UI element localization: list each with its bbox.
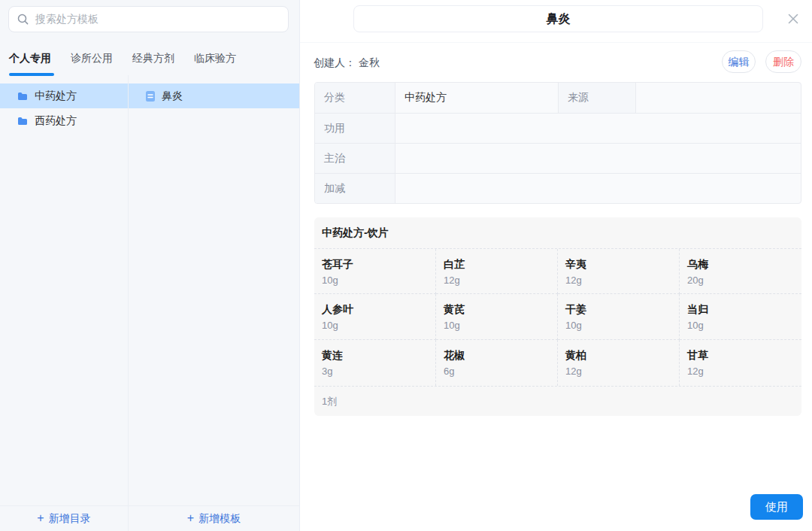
creator-label: 创建人： xyxy=(314,56,356,68)
template-title-input[interactable]: 鼻炎 xyxy=(353,5,763,32)
prescription-header: 中药处方-饮片 xyxy=(314,217,801,249)
add-template-button[interactable]: + 新增模板 xyxy=(129,506,299,531)
header-divider xyxy=(299,42,812,43)
template-tree: 中药处方 西药处方 鼻炎 xyxy=(0,75,299,505)
herb-name: 黄连 xyxy=(322,347,435,363)
herb-cell: 黄连3g xyxy=(314,340,436,386)
detail-panel: 鼻炎 创建人：金秋 编辑 删除 分类 中药处方 来源 功用 主治 加减 中药处方… xyxy=(299,0,812,531)
folder-label: 西药处方 xyxy=(35,114,77,128)
modification-label: 加减 xyxy=(315,174,395,203)
folder-icon xyxy=(17,117,28,126)
folder-item-xiyao[interactable]: 西药处方 xyxy=(0,108,128,133)
info-row-function: 功用 xyxy=(315,113,801,143)
template-item-biyan[interactable]: 鼻炎 xyxy=(129,83,299,108)
herb-name: 乌梅 xyxy=(687,256,801,272)
herb-dose: 20g xyxy=(687,273,801,288)
sidebar: 搜索处方模板 个人专用 诊所公用 经典方剂 临床验方 中药处方 西药处方 鼻炎 xyxy=(0,0,299,531)
sidebar-footer: + 新增目录 + 新增模板 xyxy=(0,505,299,531)
delete-button[interactable]: 删除 xyxy=(765,50,801,73)
add-directory-label: 新增目录 xyxy=(49,512,91,526)
herb-grid: 苍耳子10g 白芷12g 辛夷12g 乌梅20g 人参叶10g 黄芪10g 干姜… xyxy=(314,249,801,386)
herb-name: 干姜 xyxy=(565,302,679,317)
prescription-card: 中药处方-饮片 苍耳子10g 白芷12g 辛夷12g 乌梅20g 人参叶10g … xyxy=(314,217,801,416)
herb-name: 黄柏 xyxy=(565,347,679,363)
herb-name: 白芷 xyxy=(444,256,557,272)
tab-clinic[interactable]: 诊所公用 xyxy=(71,52,113,65)
template-column: 鼻炎 xyxy=(129,75,299,505)
plus-icon: + xyxy=(37,512,44,524)
herb-cell: 干姜10g xyxy=(558,294,680,340)
folder-icon xyxy=(17,92,28,101)
creator-line: 创建人：金秋 xyxy=(314,56,380,70)
close-icon[interactable] xyxy=(787,13,799,25)
sidebar-panel-divider xyxy=(299,0,300,531)
source-value xyxy=(636,83,801,113)
herb-dose: 12g xyxy=(687,364,801,379)
category-value: 中药处方 xyxy=(395,83,559,113)
herb-cell: 苍耳子10g xyxy=(314,249,436,294)
herb-cell: 花椒6g xyxy=(436,340,558,386)
info-row-indication: 主治 xyxy=(315,143,801,173)
herb-cell: 人参叶10g xyxy=(314,294,436,340)
edit-button[interactable]: 编辑 xyxy=(722,50,756,73)
folder-item-zhongyao[interactable]: 中药处方 xyxy=(0,83,128,108)
herb-cell: 黄芪10g xyxy=(436,294,558,340)
herb-name: 苍耳子 xyxy=(322,256,435,272)
herb-cell: 当归10g xyxy=(680,294,801,340)
template-label: 鼻炎 xyxy=(162,90,183,103)
dose-count: 1剂 xyxy=(314,386,801,416)
sidebar-tabs: 个人专用 诊所公用 经典方剂 临床验方 xyxy=(9,47,236,71)
folder-column: 中药处方 西药处方 xyxy=(0,75,129,505)
plus-icon: + xyxy=(187,512,194,524)
herb-dose: 10g xyxy=(322,318,435,333)
add-directory-button[interactable]: + 新增目录 xyxy=(0,506,129,531)
herb-cell: 乌梅20g xyxy=(680,249,801,294)
herb-name: 当归 xyxy=(687,302,801,317)
herb-name: 辛夷 xyxy=(565,256,679,272)
herb-name: 花椒 xyxy=(444,347,557,363)
tab-clinical[interactable]: 临床验方 xyxy=(194,52,236,65)
herb-cell: 白芷12g xyxy=(436,249,558,294)
herb-name: 甘草 xyxy=(687,347,801,363)
herb-dose: 10g xyxy=(565,318,679,333)
search-placeholder: 搜索处方模板 xyxy=(35,13,98,26)
add-template-label: 新增模板 xyxy=(198,512,241,526)
herb-dose: 3g xyxy=(322,364,435,379)
use-button[interactable]: 使用 xyxy=(750,494,803,520)
herb-dose: 10g xyxy=(444,318,557,333)
search-icon xyxy=(17,14,29,25)
template-file-icon xyxy=(146,91,155,102)
herb-name: 人参叶 xyxy=(322,302,435,317)
herb-dose: 6g xyxy=(444,364,557,379)
herb-cell: 黄柏12g xyxy=(558,340,680,386)
indication-label: 主治 xyxy=(315,144,395,173)
indication-value xyxy=(395,144,801,173)
source-label: 来源 xyxy=(559,83,636,113)
tab-classic[interactable]: 经典方剂 xyxy=(132,52,174,65)
folder-label: 中药处方 xyxy=(35,90,77,103)
herb-dose: 10g xyxy=(687,318,801,333)
search-input[interactable]: 搜索处方模板 xyxy=(8,6,289,32)
herb-dose: 12g xyxy=(444,273,557,288)
modification-value xyxy=(395,174,801,203)
info-row-modification: 加减 xyxy=(315,173,801,203)
function-label: 功用 xyxy=(315,114,395,143)
herb-cell: 辛夷12g xyxy=(558,249,680,294)
herb-dose: 12g xyxy=(565,364,679,379)
category-label: 分类 xyxy=(315,83,395,113)
herb-name: 黄芪 xyxy=(444,302,557,317)
herb-cell: 甘草12g xyxy=(680,340,801,386)
herb-dose: 10g xyxy=(322,273,435,288)
creator-name: 金秋 xyxy=(359,56,380,68)
herb-dose: 12g xyxy=(565,273,679,288)
info-row-category: 分类 中药处方 来源 xyxy=(315,83,801,113)
info-table: 分类 中药处方 来源 功用 主治 加减 xyxy=(314,82,801,204)
function-value xyxy=(395,114,801,143)
tab-personal[interactable]: 个人专用 xyxy=(9,52,51,65)
